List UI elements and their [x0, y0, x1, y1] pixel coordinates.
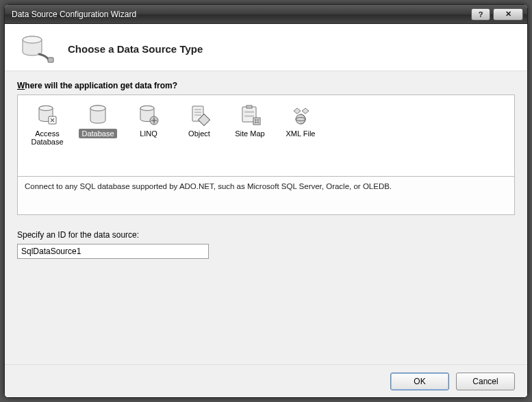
svg-rect-19 [244, 115, 254, 117]
data-source-options: Access Database Database [17, 95, 515, 177]
xml-file-icon [288, 103, 313, 127]
description-text: Connect to any SQL database supported by… [25, 182, 392, 190]
content-area: Where will the application get data from… [5, 71, 527, 364]
wizard-header: Choose a Data Source Type [5, 24, 527, 71]
prompt-label: Where will the application get data from… [17, 81, 515, 90]
svg-rect-17 [246, 105, 252, 108]
id-label: Specify an ID for the data source: [17, 230, 515, 240]
footer: OK Cancel [5, 364, 527, 397]
linq-icon [136, 103, 161, 127]
option-database[interactable]: Database [74, 102, 122, 140]
option-label: Database [79, 129, 116, 138]
svg-rect-24 [257, 122, 259, 124]
client-area: Choose a Data Source Type Where will the… [5, 24, 527, 397]
wizard-window: Data Source Configuration Wizard ? ✕ Cho… [4, 4, 528, 398]
option-linq[interactable]: LINQ [125, 102, 173, 140]
svg-rect-18 [244, 111, 254, 113]
page-title: Choose a Data Source Type [68, 43, 203, 55]
object-icon [187, 103, 212, 127]
help-button[interactable]: ? [471, 8, 490, 21]
svg-point-4 [39, 106, 53, 111]
option-xml-file[interactable]: XML File [277, 102, 325, 140]
titlebar-buttons: ? ✕ [471, 8, 523, 21]
option-label: Site Map [232, 129, 267, 138]
svg-point-7 [90, 105, 105, 111]
datasource-header-icon [18, 34, 54, 64]
svg-rect-20 [253, 118, 260, 125]
option-label: XML File [283, 129, 318, 138]
data-source-id-input[interactable] [17, 244, 209, 259]
svg-point-9 [140, 106, 154, 111]
titlebar: Data Source Configuration Wizard ? ✕ [5, 5, 527, 24]
option-site-map[interactable]: Site Map [226, 102, 274, 140]
option-label: Object [186, 129, 213, 138]
ok-button[interactable]: OK [390, 373, 449, 390]
database-icon [86, 103, 110, 127]
close-icon: ✕ [505, 10, 511, 18]
cancel-button[interactable]: Cancel [456, 373, 515, 390]
site-map-icon [238, 103, 262, 127]
svg-point-1 [23, 36, 42, 43]
access-database-icon [35, 103, 60, 127]
svg-rect-22 [257, 119, 259, 121]
description-box: Connect to any SQL database supported by… [17, 177, 515, 215]
option-access-database[interactable]: Access Database [23, 102, 71, 148]
id-section: Specify an ID for the data source: [17, 230, 515, 259]
option-label: Access Database [25, 129, 70, 147]
svg-rect-21 [255, 119, 257, 121]
option-label: LINQ [137, 129, 160, 138]
option-object[interactable]: Object [175, 102, 223, 140]
svg-rect-2 [48, 58, 53, 62]
svg-rect-23 [255, 122, 257, 124]
close-button[interactable]: ✕ [493, 8, 523, 21]
window-title: Data Source Configuration Wizard [12, 10, 471, 19]
